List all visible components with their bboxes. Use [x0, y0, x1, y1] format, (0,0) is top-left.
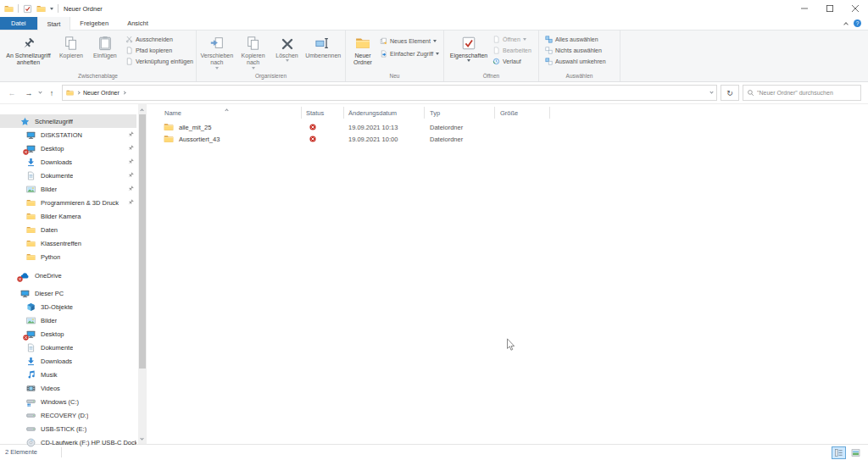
desktop-icon — [26, 330, 36, 339]
edit-button[interactable]: Bearbeiten — [492, 47, 531, 54]
column-header-size[interactable]: Größe — [500, 109, 518, 117]
column-divider[interactable] — [424, 107, 425, 119]
easy-access-button[interactable]: Einfacher Zugriff — [380, 50, 439, 58]
rename-icon — [315, 34, 331, 51]
new-folder-button[interactable]: Neuer Ordner — [348, 32, 377, 71]
scissors-icon — [125, 36, 133, 43]
address-dropdown-icon[interactable] — [709, 90, 713, 93]
copy-to-button[interactable]: Kopieren nach — [236, 32, 270, 71]
rename-button[interactable]: Umbenennen — [304, 32, 342, 71]
sidebar-item-cd-drive-f[interactable]: CD-Laufwerk (F:) HP USB-C Dock — [0, 435, 136, 449]
minimize-button[interactable] — [792, 0, 817, 17]
back-icon[interactable]: ← — [5, 86, 19, 100]
paste-button[interactable]: Einfügen — [88, 32, 122, 71]
cut-button[interactable]: Ausschneiden — [125, 36, 193, 43]
sidebar-item-diskstation[interactable]: DISKSTATION — [0, 128, 136, 141]
open-icon — [492, 36, 500, 43]
invert-selection-icon — [545, 58, 553, 65]
close-button[interactable] — [843, 0, 868, 17]
tab-share[interactable]: Freigeben — [70, 17, 118, 30]
paste-shortcut-button[interactable]: Verknüpfung einfügen — [125, 58, 193, 65]
properties-button[interactable]: Eigenschaften — [447, 32, 491, 71]
details-view-button[interactable] — [832, 446, 846, 459]
open-button[interactable]: Öffnen — [492, 36, 531, 43]
file-row-alle-mit-25[interactable]: alle_mit_25 19.09.2021 10:13 Dateiordner — [153, 121, 868, 133]
sidebar-item-recovery-d[interactable]: RECOVERY (D:) — [0, 408, 136, 422]
delete-button[interactable]: Löschen — [272, 32, 303, 71]
sidebar-item-pictures[interactable]: Bilder — [0, 182, 136, 196]
sidebar-item-desktop[interactable]: Desktop — [0, 141, 136, 155]
scroll-up-icon[interactable] — [140, 108, 143, 112]
invert-selection-button[interactable]: Auswahl umkehren — [545, 58, 606, 65]
network-computer-icon — [26, 130, 36, 140]
customize-toolbar-arrow-icon[interactable] — [50, 8, 53, 10]
column-header-name[interactable]: Name — [164, 109, 181, 117]
column-header-status[interactable]: Status — [306, 109, 324, 117]
search-input[interactable] — [757, 90, 857, 96]
sidebar-item-quick-access[interactable]: Schnellzugriff — [0, 114, 136, 128]
recent-locations-arrow-icon[interactable] — [38, 90, 42, 93]
sidebar-item-pc-pictures[interactable]: Bilder — [0, 313, 136, 327]
large-icons-view-button[interactable] — [849, 446, 863, 459]
column-header-modified[interactable]: Änderungsdatum — [348, 109, 397, 117]
column-divider[interactable] — [494, 107, 495, 119]
new-item-button[interactable]: Neues Element — [380, 37, 439, 45]
column-divider[interactable] — [549, 107, 550, 119]
breadcrumb-folder[interactable]: Neuer Ordner — [83, 90, 120, 96]
sidebar-item-pc-downloads[interactable]: Downloads — [0, 354, 136, 368]
sync-error-status-icon — [309, 136, 316, 142]
column-divider[interactable] — [343, 107, 344, 119]
sidebar-item-3d-objects[interactable]: 3D-Objekte — [0, 300, 136, 313]
scrollbar-thumb[interactable] — [139, 114, 146, 369]
refresh-button[interactable]: ↻ — [721, 85, 739, 101]
history-button[interactable]: Verlauf — [492, 58, 531, 65]
sidebar-item-onedrive[interactable]: OneDrive — [0, 269, 136, 282]
sidebar-item-videos[interactable]: Videos — [0, 381, 136, 395]
windows-drive-icon — [26, 397, 36, 407]
sidebar-item-python[interactable]: Python — [0, 250, 136, 263]
sidebar-item-bilder-kamera[interactable]: Bilder Kamera — [0, 209, 136, 223]
scroll-down-icon[interactable] — [140, 436, 143, 440]
sidebar-item-programmieren-3d-druck[interactable]: Programmieren & 3D Druck — [0, 196, 136, 209]
move-to-button[interactable]: Verschieben nach — [199, 32, 235, 71]
tab-start[interactable]: Start — [37, 17, 71, 30]
sidebar-item-music[interactable]: Musik — [0, 368, 136, 381]
new-folder-quick-icon[interactable] — [36, 4, 46, 14]
select-all-button[interactable]: Alles auswählen — [545, 36, 606, 43]
copy-path-button[interactable]: Pfad kopieren — [125, 47, 193, 54]
properties-quick-icon[interactable] — [23, 4, 32, 14]
sidebar-item-downloads[interactable]: Downloads — [0, 155, 136, 169]
tab-view[interactable]: Ansicht — [118, 17, 158, 30]
folder-icon — [26, 225, 36, 235]
select-none-button[interactable]: Nichts auswählen — [545, 47, 606, 54]
search-box[interactable] — [743, 85, 861, 101]
sidebar-item-windows-c[interactable]: Windows (C:) — [0, 395, 136, 408]
copy-button[interactable]: Kopieren — [54, 32, 88, 71]
help-icon[interactable]: ? — [854, 19, 861, 27]
column-header-type[interactable]: Typ — [430, 109, 440, 117]
sidebar-scrollbar[interactable] — [138, 104, 147, 444]
ribbon: An Schnellzugriff anheften Kopieren Einf… — [0, 30, 868, 82]
column-divider[interactable] — [301, 107, 302, 119]
explorer-folder-icon — [4, 4, 14, 14]
file-row-aussortiert-43[interactable]: Aussortiert_43 19.09.2021 10:00 Dateiord… — [153, 133, 868, 145]
folder-icon — [26, 252, 36, 262]
sidebar-item-daten[interactable]: Daten — [0, 223, 136, 236]
new-folder-icon — [355, 34, 370, 51]
forward-icon[interactable]: → — [22, 86, 36, 100]
sidebar-item-usb-stick-e[interactable]: USB-STICK (E:) — [0, 422, 136, 435]
sidebar-item-pc-documents[interactable]: Dokumente — [0, 341, 136, 354]
collapse-ribbon-icon[interactable] — [843, 22, 849, 27]
maximize-button[interactable] — [817, 0, 843, 17]
sidebar-item-pc-desktop[interactable]: Desktop — [0, 327, 136, 341]
tab-file[interactable]: Datei — [0, 17, 37, 30]
sidebar-item-this-pc[interactable]: Dieser PC — [0, 286, 136, 300]
address-bar[interactable]: Neuer Ordner — [62, 85, 717, 101]
copy-path-icon — [125, 47, 133, 54]
breadcrumb-chevron-icon[interactable] — [122, 91, 125, 94]
sidebar-item-documents[interactable]: Dokumente — [0, 169, 136, 182]
up-icon[interactable]: ↑ — [45, 86, 58, 100]
pin-to-quick-access-button[interactable]: An Schnellzugriff anheften — [3, 32, 54, 71]
sidebar-item-klassentreffen[interactable]: Klassentreffen — [0, 236, 136, 250]
pin-icon — [127, 131, 134, 138]
